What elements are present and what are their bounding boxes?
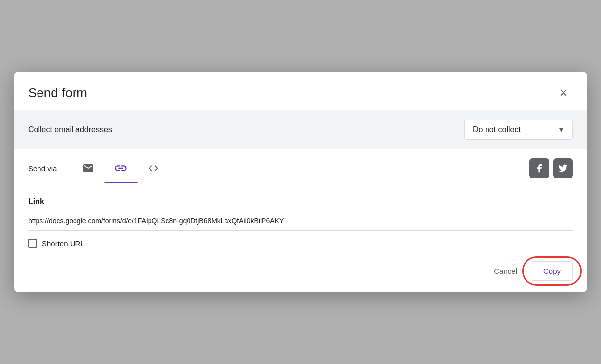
email-icon <box>82 162 94 174</box>
send-form-dialog: Send form Collect email addresses Do not… <box>14 72 587 292</box>
link-heading: Link <box>28 197 573 206</box>
chevron-down-icon: ▼ <box>558 126 564 134</box>
send-via-label: Send via <box>28 156 57 181</box>
dialog-header: Send form <box>14 72 587 110</box>
shorten-url-label: Shorten URL <box>42 239 85 248</box>
twitter-icon <box>558 163 568 173</box>
copy-highlight: Copy <box>531 261 573 281</box>
send-via-tabs <box>73 153 573 183</box>
link-url: https://docs.google.com/forms/d/e/1FAIpQ… <box>28 216 573 231</box>
twitter-button[interactable] <box>553 158 573 178</box>
tab-link[interactable] <box>104 153 138 183</box>
collect-email-bar: Collect email addresses Do not collect ▼ <box>14 110 587 149</box>
close-button[interactable] <box>554 83 573 102</box>
copy-button[interactable]: Copy <box>531 261 573 281</box>
collect-dropdown-value: Do not collect <box>473 125 521 134</box>
embed-icon <box>148 162 159 174</box>
collect-email-label: Collect email addresses <box>28 125 112 134</box>
tab-embed[interactable] <box>138 154 169 182</box>
link-icon <box>114 161 128 175</box>
dialog-footer: Cancel Copy <box>14 254 587 292</box>
facebook-button[interactable] <box>529 158 549 178</box>
link-section: Link https://docs.google.com/forms/d/e/1… <box>14 183 587 254</box>
collect-email-dropdown[interactable]: Do not collect ▼ <box>464 120 573 140</box>
social-icons <box>529 158 573 178</box>
shorten-url-row: Shorten URL <box>28 239 573 248</box>
cancel-button[interactable]: Cancel <box>484 262 527 280</box>
facebook-icon <box>534 163 544 173</box>
dialog-title: Send form <box>28 85 87 101</box>
shorten-url-checkbox[interactable] <box>28 239 37 248</box>
tab-email[interactable] <box>73 154 104 182</box>
send-via-row: Send via <box>14 153 587 183</box>
close-icon <box>558 87 569 98</box>
